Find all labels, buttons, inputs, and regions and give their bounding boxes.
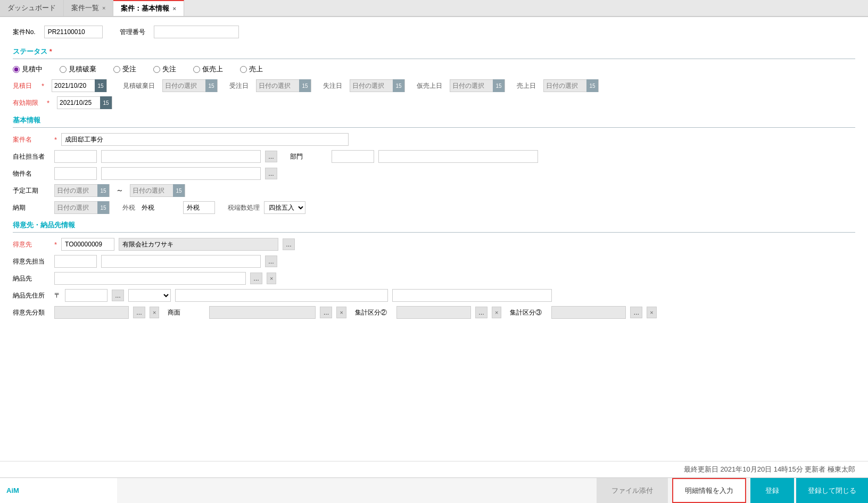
tab-case-basic-close[interactable]: × xyxy=(172,5,176,12)
uriage-cal-button[interactable]: 15 xyxy=(586,79,598,92)
radio-juchu[interactable]: 受注 xyxy=(113,64,136,74)
butsuken-code[interactable] xyxy=(54,167,97,180)
yuko-kigen-date-input[interactable]: 15 xyxy=(57,96,112,109)
nohin-address-row: 納品先住所 〒 … xyxy=(13,289,855,302)
tokui-bunrui-input[interactable] xyxy=(54,306,129,319)
tab-case-list-close[interactable]: × xyxy=(102,5,105,11)
shuukei3-clear-button[interactable]: × xyxy=(647,307,656,318)
radio-uriage[interactable]: 売上 xyxy=(240,64,263,74)
mitsumori-haki-date-input[interactable]: 15 xyxy=(162,79,218,92)
mitsumori-haki-cal-button[interactable]: 15 xyxy=(205,79,217,92)
tokui-tanto-search-button[interactable]: … xyxy=(265,255,277,267)
mitsumori-date-input[interactable]: 15 xyxy=(52,79,107,92)
shuukei2-clear-button[interactable]: × xyxy=(492,307,501,318)
kari-uriage-date-field[interactable] xyxy=(450,81,493,90)
manage-no-input[interactable] xyxy=(154,26,239,38)
tokui-tanto-name[interactable] xyxy=(101,255,261,268)
nohin-row: 納品先 … × xyxy=(13,272,855,285)
radio-mitsumori-haki[interactable]: 見積破棄 xyxy=(60,64,96,74)
bumon-name[interactable] xyxy=(378,150,538,163)
juchu-date-field[interactable] xyxy=(257,81,299,90)
case-no-input[interactable] xyxy=(44,26,103,38)
radio-kari-uriage[interactable]: 仮売上 xyxy=(193,64,223,74)
tokui-bunrui-clear-button[interactable]: × xyxy=(150,307,159,318)
mitsumori-haki-label: 見積破棄日 xyxy=(123,81,155,90)
detail-input-button[interactable]: 明細情報を入力 xyxy=(672,478,746,503)
nohin-address-label: 納品先住所 xyxy=(13,291,50,300)
mitsumori-haki-date-field[interactable] xyxy=(163,81,205,90)
yuko-kigen-cal-button[interactable]: 15 xyxy=(100,96,112,109)
shitchu-label: 失注日 xyxy=(323,81,342,90)
uriage-date-input[interactable]: 15 xyxy=(543,79,599,92)
shomen-input[interactable] xyxy=(209,306,316,319)
suusuu-select[interactable]: 四捨五入 切り捨て 切り上げ xyxy=(264,201,305,214)
shomen-clear-button[interactable]: × xyxy=(336,307,346,318)
tokui-bunrui-search-button[interactable]: … xyxy=(133,307,145,318)
radio-shitchu[interactable]: 失注 xyxy=(153,64,176,74)
mitsumori-date-field[interactable] xyxy=(52,81,95,90)
shuukei3-input[interactable] xyxy=(551,306,626,319)
mitsumori-cal-button[interactable]: 15 xyxy=(95,79,106,92)
uriage-date-field[interactable] xyxy=(544,81,586,90)
nohin-input[interactable] xyxy=(54,272,246,285)
tokui-moto-code[interactable] xyxy=(61,238,114,251)
shomen-search-button[interactable]: … xyxy=(320,307,332,318)
tab-case-list[interactable]: 案件一覧 × xyxy=(64,0,113,16)
nouki-date-field[interactable] xyxy=(55,203,97,212)
nohin-address1-input[interactable] xyxy=(175,289,388,302)
butsuken-search-button[interactable]: … xyxy=(265,168,277,179)
shuukei2-input[interactable] xyxy=(396,306,471,319)
juchu-date-input[interactable]: 15 xyxy=(256,79,311,92)
tokui-moto-name[interactable] xyxy=(119,238,278,251)
zeisei-val: 外税 xyxy=(142,203,179,212)
kari-uriage-cal-button[interactable]: 15 xyxy=(493,79,505,92)
status-row: 見積中 見積破棄 受注 失注 仮売上 売上 xyxy=(13,64,855,74)
butsuken-name[interactable] xyxy=(101,167,261,180)
nohin-postal-input[interactable] xyxy=(65,289,108,302)
tokui-tanto-code[interactable] xyxy=(54,255,97,268)
radio-mitsumori-chu[interactable]: 見積中 xyxy=(13,64,43,74)
shuukei3-label: 集計区分③ xyxy=(510,308,547,317)
case-name-label: 案件名 xyxy=(13,135,50,144)
juchu-cal-button[interactable]: 15 xyxy=(299,79,311,92)
nouki-date-input[interactable]: 15 xyxy=(54,201,110,214)
uriage-label: 売上日 xyxy=(517,81,536,90)
nohin-clear-button[interactable]: × xyxy=(267,273,276,284)
kotei-from-cal-button[interactable]: 15 xyxy=(97,184,109,197)
jisha-tanto-search-button[interactable]: … xyxy=(265,151,277,162)
kotei-from-input[interactable]: 15 xyxy=(54,184,110,197)
kotei-to-field[interactable] xyxy=(130,186,173,195)
nohin-address-select[interactable] xyxy=(128,289,171,302)
register-close-button[interactable]: 登録して閉じる xyxy=(796,478,868,503)
tokui-moto-search-button[interactable]: … xyxy=(283,238,295,250)
bumon-label: 部門 xyxy=(290,152,327,161)
aim-brand: AiM xyxy=(0,477,117,503)
register-button[interactable]: 登録 xyxy=(750,478,794,503)
jisha-tanto-code[interactable] xyxy=(54,150,97,163)
shitchu-date-input[interactable]: 15 xyxy=(350,79,405,92)
zeisei-input[interactable] xyxy=(183,201,215,214)
tokui-required: * xyxy=(54,241,57,249)
tab-case-basic[interactable]: 案件：基本情報 × xyxy=(113,0,184,16)
kotei-to-input[interactable]: 15 xyxy=(130,184,185,197)
tab-dashboard[interactable]: ダッシュボード xyxy=(0,0,64,16)
basic-info-section-header: 基本情報 xyxy=(13,116,855,128)
kari-uriage-date-input[interactable]: 15 xyxy=(450,79,505,92)
kotei-from-field[interactable] xyxy=(55,186,97,195)
bumon-code[interactable] xyxy=(332,150,374,163)
shitchu-date-field[interactable] xyxy=(350,81,393,90)
file-attach-button[interactable]: ファイル添付 xyxy=(597,478,668,503)
shitchu-cal-button[interactable]: 15 xyxy=(393,79,404,92)
nouki-cal-button[interactable]: 15 xyxy=(97,201,109,214)
shuukei2-search-button[interactable]: … xyxy=(475,307,487,318)
butsuken-label: 物件名 xyxy=(13,169,50,178)
yuko-kigen-date-field[interactable] xyxy=(57,98,100,108)
nohin-search-button[interactable]: … xyxy=(250,273,262,284)
jisha-tanto-name[interactable] xyxy=(101,150,261,163)
footer-info: 最終更新日 2021年10月20日 14時15分 更新者 極東太郎 xyxy=(0,461,868,477)
kotei-to-cal-button[interactable]: 15 xyxy=(173,184,185,197)
case-name-input[interactable] xyxy=(61,133,349,146)
shuukei3-search-button[interactable]: … xyxy=(630,307,642,318)
nohin-postal-search-button[interactable]: … xyxy=(112,290,124,301)
nohin-address2-input[interactable] xyxy=(392,289,552,302)
